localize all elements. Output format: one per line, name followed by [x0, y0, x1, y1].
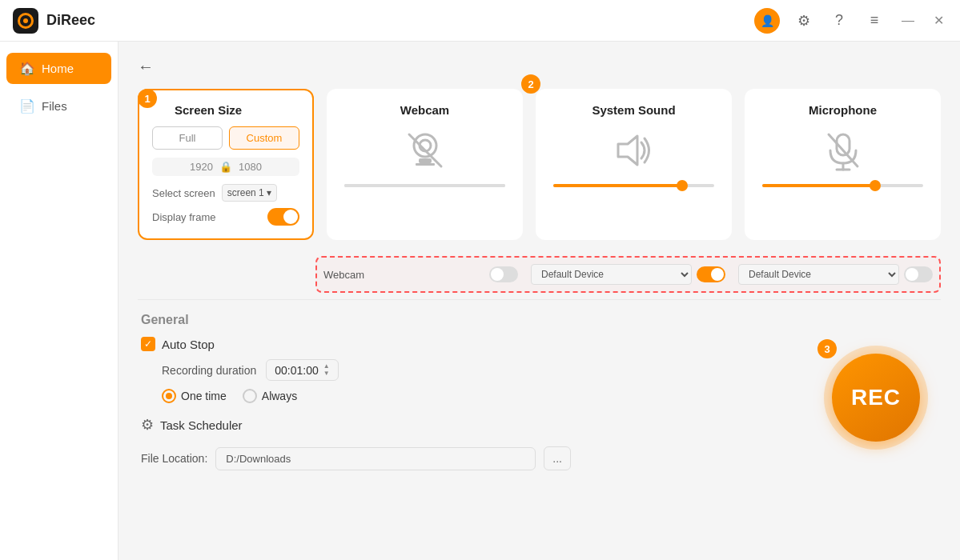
system-sound-slider-thumb[interactable]	[677, 180, 688, 191]
screen-size-title: Screen Size	[175, 103, 242, 117]
microphone-slider-fill	[762, 184, 875, 187]
app-logo	[13, 8, 38, 34]
webcam-device-label: Webcam	[323, 269, 364, 281]
recording-duration-row: Recording duration 00:01:00 ▲ ▼	[162, 359, 938, 381]
resolution-row: 1920 🔒 1080	[152, 158, 299, 176]
file-location-more-button[interactable]: ...	[544, 446, 571, 470]
system-sound-slider-fill	[553, 184, 682, 187]
rec-button-container: 3 REC	[824, 346, 928, 450]
microphone-icon-area	[759, 126, 926, 174]
webcam-control: Webcam	[323, 264, 518, 285]
app-logo-dot	[23, 18, 28, 23]
bottom-controls-row: Webcam Default Device Default Device	[315, 256, 941, 293]
app-body: 🏠 Home 📄 Files ← 1 Screen Size Full Cust…	[0, 42, 960, 560]
select-screen-label: Select screen	[152, 187, 215, 199]
divider	[138, 299, 941, 300]
title-bar-right: 👤 ⚙ ? ≡ — ✕	[754, 8, 947, 34]
toggle-knob	[283, 210, 298, 224]
sidebar-home-label: Home	[42, 62, 74, 75]
webcam-toggle-knob	[491, 268, 504, 281]
system-sound-icon-area	[550, 126, 717, 174]
system-sound-slider-container[interactable]	[550, 184, 717, 187]
system-sound-device-select[interactable]: Default Device	[531, 264, 692, 285]
system-sound-toggle-knob	[711, 268, 724, 281]
sidebar: 🏠 Home 📄 Files	[0, 42, 118, 560]
rec-button[interactable]: REC	[832, 354, 920, 442]
rec-step-wrapper: 3 REC	[824, 346, 928, 450]
microphone-slider-track	[762, 184, 923, 187]
microphone-device-select[interactable]: Default Device	[738, 264, 899, 285]
close-button[interactable]: ✕	[930, 10, 947, 31]
display-frame-toggle[interactable]	[267, 208, 299, 226]
duration-down-arrow[interactable]: ▼	[323, 370, 330, 377]
file-location-row: File Location: D:/Downloads ...	[141, 446, 938, 470]
settings-icon[interactable]: ⚙	[793, 10, 815, 32]
microphone-toggle[interactable]	[904, 266, 933, 282]
back-button[interactable]: ←	[138, 58, 154, 76]
task-scheduler-icon: ⚙	[141, 416, 154, 434]
sidebar-item-home[interactable]: 🏠 Home	[6, 53, 111, 84]
file-location-label: File Location:	[141, 452, 207, 465]
minimize-button[interactable]: —	[898, 10, 918, 31]
microphone-control: Default Device	[738, 264, 933, 285]
auto-stop-checkbox[interactable]: ✓	[141, 337, 155, 351]
svg-point-0	[414, 134, 436, 157]
radio-always[interactable]: Always	[243, 389, 297, 403]
sidebar-files-label: Files	[42, 99, 67, 113]
help-icon[interactable]: ?	[828, 10, 850, 32]
resolution-height: 1080	[239, 161, 262, 173]
svg-rect-4	[416, 163, 435, 166]
custom-button[interactable]: Custom	[229, 126, 299, 150]
microphone-slider-container[interactable]	[759, 184, 926, 187]
user-avatar[interactable]: 👤	[754, 8, 780, 34]
duration-stepper[interactable]: ▲ ▼	[323, 363, 330, 377]
duration-up-arrow[interactable]: ▲	[323, 363, 330, 370]
app-logo-inner	[18, 13, 34, 29]
system-sound-card: System Sound 2	[536, 89, 732, 240]
microphone-card: Microphone	[745, 89, 941, 240]
recording-duration-time: 00:01:00 ▲ ▼	[266, 359, 338, 381]
system-sound-title: System Sound	[550, 103, 717, 117]
recording-duration-label: Recording duration	[162, 364, 256, 377]
home-icon: 🏠	[19, 61, 35, 76]
mic-icon	[819, 126, 867, 174]
menu-icon[interactable]: ≡	[863, 10, 886, 32]
webcam-slider-fill	[344, 184, 505, 187]
sidebar-item-files[interactable]: 📄 Files	[6, 90, 111, 122]
system-sound-slider-track	[553, 184, 714, 187]
webcam-slider-track	[344, 184, 505, 187]
select-screen-dropdown[interactable]: screen 1 ▾	[222, 184, 277, 202]
title-bar-left: DiReec	[13, 8, 95, 34]
webcam-icon	[401, 126, 449, 174]
svg-marker-5	[618, 136, 637, 165]
webcam-icon-area	[341, 126, 508, 174]
svg-rect-3	[419, 158, 432, 163]
webcam-card: Webcam	[327, 89, 523, 240]
main-content: ← 1 Screen Size Full Custom 1920 🔒 1080	[118, 42, 960, 560]
radio-row: One time Always	[162, 389, 938, 403]
radio-always-label: Always	[262, 390, 297, 402]
rec-label: REC	[851, 385, 901, 410]
microphone-slider-thumb[interactable]	[870, 180, 881, 191]
step-2-badge: 2	[521, 74, 540, 94]
step-1-badge: 1	[138, 89, 157, 108]
full-button[interactable]: Full	[152, 126, 223, 150]
webcam-toggle[interactable]	[489, 266, 518, 282]
title-bar: DiReec 👤 ⚙ ? ≡ — ✕	[0, 0, 960, 42]
webcam-title: Webcam	[341, 103, 508, 117]
task-scheduler-label: Task Scheduler	[160, 418, 243, 432]
display-frame-label: Display frame	[152, 211, 215, 223]
select-screen-row: Select screen screen 1 ▾	[152, 184, 299, 202]
radio-one-time-label: One time	[181, 390, 227, 402]
general-section: General ✓ Auto Stop Recording duration 0…	[138, 313, 941, 470]
step-3-badge: 3	[817, 339, 837, 358]
radio-one-time[interactable]: One time	[162, 389, 227, 403]
webcam-slider-container	[341, 184, 508, 187]
sound-icon	[610, 126, 658, 174]
cards-row: 1 Screen Size Full Custom 1920 🔒 1080 Se…	[138, 89, 941, 240]
microphone-toggle-knob	[906, 268, 918, 281]
system-sound-toggle[interactable]	[697, 266, 725, 282]
task-scheduler-row[interactable]: ⚙ Task Scheduler	[141, 416, 938, 434]
resolution-width: 1920	[190, 161, 213, 173]
screen-size-buttons: Full Custom	[152, 126, 299, 150]
